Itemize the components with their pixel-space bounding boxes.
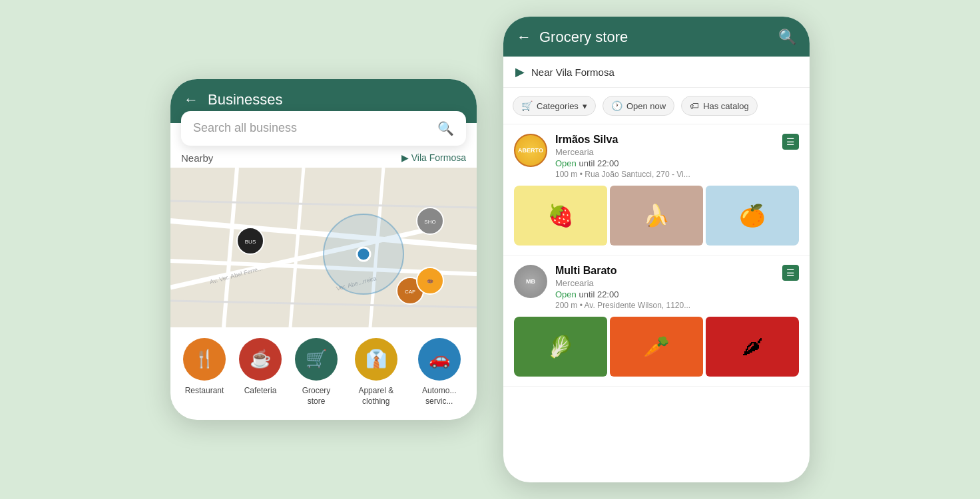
filter-row: 🛒 Categories ▾ 🕐 Open now 🏷 Has catalog xyxy=(503,88,810,124)
multi-barato-logo-text: MB xyxy=(526,278,535,285)
svg-text:BUS: BUS xyxy=(245,239,256,245)
category-auto[interactable]: 🚗 Automo... servic... xyxy=(413,338,466,407)
location-text: Near Vila Formosa xyxy=(531,67,614,78)
irmaos-silva-distance: 100 m • Rua João Santucci, 270 - Vi... xyxy=(555,170,774,179)
business-card-irmaos-silva[interactable]: ABERTO Irmãos Silva Mercearia Open until… xyxy=(503,124,810,255)
irmaos-silva-status: Open until 22:00 xyxy=(555,158,774,168)
cafeteria-label: Cafeteria xyxy=(244,386,277,397)
business-top-row-2: MB Multi Barato Mercearia Open until 22:… xyxy=(514,265,799,310)
multi-barato-open: Open xyxy=(555,289,577,299)
multi-barato-type: Mercearia xyxy=(555,278,774,288)
location-arrow-icon: ▶ xyxy=(401,152,409,163)
left-phone-title: Businesses xyxy=(208,91,283,108)
header-search-icon[interactable]: 🔍 xyxy=(778,29,796,46)
multi-barato-info: Multi Barato Mercearia Open until 22:00 … xyxy=(555,265,774,310)
filter-has-catalog[interactable]: 🏷 Has catalog xyxy=(681,96,758,116)
map-view[interactable]: Av. Ver. Abel Ferre... Ver. Abe...rreira… xyxy=(170,168,477,327)
multi-barato-hours: until 22:00 xyxy=(579,289,618,299)
multi-barato-name: Multi Barato xyxy=(555,265,774,277)
grocery-label: Grocery store xyxy=(293,386,340,407)
restaurant-label: Restaurant xyxy=(185,386,224,397)
irmaos-silva-name: Irmãos Silva xyxy=(555,134,774,146)
right-phone-header: ← Grocery store 🔍 xyxy=(503,17,810,57)
irmaos-silva-products: 🍓 🍌 🍊 xyxy=(514,186,799,246)
apparel-label: Apparel & clothing xyxy=(349,386,403,407)
svg-point-12 xyxy=(357,248,370,261)
filter-categories[interactable]: 🛒 Categories ▾ xyxy=(513,96,596,116)
open-now-filter-icon: 🕐 xyxy=(611,100,622,111)
back-button[interactable]: ← xyxy=(184,91,198,108)
categories-row: 🍴 Restaurant ☕ Cafeteria 🛒 Grocery store… xyxy=(170,327,477,420)
irmaos-silva-type: Mercearia xyxy=(555,147,774,157)
restaurant-icon: 🍴 xyxy=(183,338,226,381)
right-back-button[interactable]: ← xyxy=(517,29,531,46)
location-name: Vila Formosa xyxy=(411,152,466,163)
multi-barato-products: 🥬 🥕 🌶 xyxy=(514,317,799,377)
irmaos-silva-logo: ABERTO xyxy=(514,134,547,167)
irmaos-silva-catalog-icon: ☰ xyxy=(782,134,799,150)
right-phone: ← Grocery store 🔍 ▶ Near Vila Formosa 🛒 … xyxy=(503,17,810,482)
header-left: ← Grocery store xyxy=(517,29,628,46)
has-catalog-filter-icon: 🏷 xyxy=(690,100,699,111)
nearby-label: Nearby xyxy=(181,152,213,164)
category-apparel[interactable]: 👔 Apparel & clothing xyxy=(349,338,403,407)
product-pepper: 🌶 xyxy=(706,317,799,377)
category-cafeteria[interactable]: ☕ Cafeteria xyxy=(237,338,284,407)
business-card-multi-barato[interactable]: MB Multi Barato Mercearia Open until 22:… xyxy=(503,255,810,387)
left-phone: ← Businesses Search all business 🔍 Nearb… xyxy=(170,79,477,420)
product-lettuce: 🥬 xyxy=(514,317,607,377)
has-catalog-filter-label: Has catalog xyxy=(703,101,749,111)
multi-barato-logo: MB xyxy=(514,265,547,298)
multi-barato-status: Open until 22:00 xyxy=(555,289,774,299)
nearby-row: Nearby ▶ Vila Formosa xyxy=(170,146,477,168)
product-carrot: 🥕 xyxy=(610,317,703,377)
location-bar: ▶ Near Vila Formosa xyxy=(503,57,810,88)
search-bar[interactable]: Search all business 🔍 xyxy=(181,111,466,146)
categories-chevron-icon: ▾ xyxy=(583,101,587,111)
location-badge[interactable]: ▶ Vila Formosa xyxy=(401,152,466,163)
auto-label: Automo... servic... xyxy=(413,386,466,407)
grocery-icon: 🛒 xyxy=(295,338,338,381)
svg-text:🍩: 🍩 xyxy=(427,278,433,285)
category-restaurant[interactable]: 🍴 Restaurant xyxy=(181,338,228,407)
irmaos-silva-logo-text: ABERTO xyxy=(518,147,543,154)
multi-barato-distance: 200 m • Av. Presidente Wilson, 1120... xyxy=(555,301,774,310)
irmaos-silva-info: Irmãos Silva Mercearia Open until 22:00 … xyxy=(555,134,774,179)
business-top-row: ABERTO Irmãos Silva Mercearia Open until… xyxy=(514,134,799,179)
open-now-filter-label: Open now xyxy=(626,101,666,111)
irmaos-silva-open: Open xyxy=(555,158,577,168)
category-grocery[interactable]: 🛒 Grocery store xyxy=(293,338,340,407)
cafeteria-icon: ☕ xyxy=(239,338,282,381)
right-phone-title: Grocery store xyxy=(539,29,628,46)
product-orange: 🍊 xyxy=(706,186,799,246)
product-banana: 🍌 xyxy=(610,186,703,246)
svg-text:SHO: SHO xyxy=(424,219,435,225)
svg-text:CAF: CAF xyxy=(405,289,415,295)
search-placeholder: Search all business xyxy=(193,121,297,135)
nav-arrow-icon: ▶ xyxy=(515,65,525,79)
categories-filter-label: Categories xyxy=(537,101,579,111)
irmaos-silva-hours: until 22:00 xyxy=(579,158,618,168)
product-strawberry: 🍓 xyxy=(514,186,607,246)
search-icon: 🔍 xyxy=(437,120,454,136)
apparel-icon: 👔 xyxy=(355,338,397,381)
categories-filter-icon: 🛒 xyxy=(521,100,533,111)
auto-icon: 🚗 xyxy=(418,338,461,381)
multi-barato-catalog-icon: ☰ xyxy=(782,265,799,281)
filter-open-now[interactable]: 🕐 Open now xyxy=(603,96,674,116)
